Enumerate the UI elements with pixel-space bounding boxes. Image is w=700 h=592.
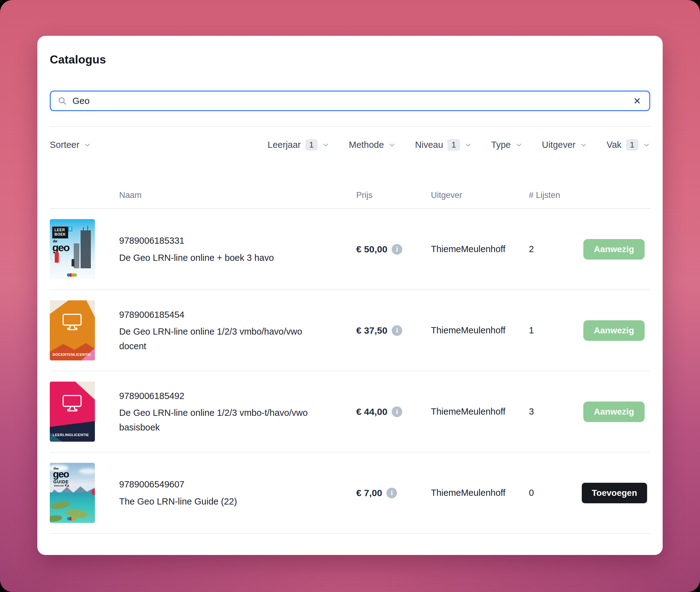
page-background: Catalogus Sorteer Leerjaar: [0, 0, 700, 592]
row-cover: LEERLINGLICENTIE: [50, 382, 95, 442]
table-row: LEER BOEK 3 de geo 9789006185331 De Geo …: [50, 209, 650, 290]
person-figure: [55, 251, 59, 263]
row-title: The Geo LRN-line Guide (22): [119, 494, 315, 508]
row-action-button[interactable]: Toevoegen: [582, 483, 647, 503]
filter-label: Uitgever: [542, 140, 576, 150]
search-icon: [58, 96, 67, 105]
row-cover: LEER BOEK 3 de geo: [50, 219, 95, 279]
table-header: Naam Prijs Uitgever # Lijsten: [50, 191, 650, 209]
cover-license-label: LEERLINGLICENTIE: [53, 433, 89, 437]
chevron-down-icon: [515, 141, 523, 149]
filter-label: Vak: [607, 140, 622, 150]
row-price: € 7,00: [356, 488, 382, 498]
filter-dropdown-type[interactable]: Type: [491, 140, 523, 150]
search-field[interactable]: [72, 96, 632, 106]
info-icon[interactable]: i: [392, 406, 402, 417]
row-action-button[interactable]: Aanwezig: [583, 239, 645, 259]
filter-label: Methode: [349, 140, 384, 150]
search-divider: [50, 126, 650, 127]
page-title: Catalogus: [50, 36, 650, 66]
chevron-down-icon: [322, 141, 329, 149]
search-input[interactable]: [50, 91, 650, 111]
chevron-down-icon: [643, 141, 650, 149]
catalog-card: Catalogus Sorteer Leerjaar: [37, 36, 663, 555]
row-publisher: ThiemeMeulenhoff: [431, 406, 529, 417]
filter-count-badge: 1: [447, 139, 460, 151]
filter-label: Niveau: [415, 140, 443, 150]
table-row: DOCENTENLICENTIE 9789006185454 De Geo LR…: [50, 290, 650, 371]
row-price: € 44,00: [356, 406, 387, 417]
table-body: LEER BOEK 3 de geo 9789006185331 De Geo …: [50, 209, 650, 534]
filter-dropdown-leerjaar[interactable]: Leerjaar 1: [268, 139, 329, 151]
info-icon[interactable]: i: [392, 244, 402, 255]
row-action-button[interactable]: Aanwezig: [583, 320, 645, 341]
geo-guide-logo: the geo GUIDE ENGLISH: [53, 466, 69, 487]
row-publisher: ThiemeMeulenhoff: [431, 488, 529, 498]
book-cover-docentenlicentie: DOCENTENLICENTIE: [50, 300, 95, 360]
leerboek-badge: LEER BOEK 3: [52, 227, 68, 238]
table-row: LEERLINGLICENTIE 9789006185492 De Geo LR…: [50, 371, 650, 453]
book-cover-geo-leerboek: LEER BOEK 3 de geo: [50, 219, 95, 279]
skyline-building: [80, 230, 91, 268]
clear-search-button[interactable]: [632, 96, 642, 106]
geo-logo: de geo: [52, 239, 69, 252]
book-cover-leerlinglicentie: LEERLINGLICENTIE: [50, 382, 95, 442]
row-title: De Geo LRN-line online + boek 3 havo: [119, 251, 315, 265]
filter-dropdown-vak[interactable]: Vak 1: [607, 139, 650, 151]
row-title: De Geo LRN-line online 1/2/3 vmbo-t/havo…: [119, 405, 315, 435]
row-title: De Geo LRN-line online 1/2/3 vmbo/havo/v…: [119, 324, 315, 353]
row-publisher: ThiemeMeulenhoff: [431, 244, 529, 254]
chevron-down-icon: [388, 141, 396, 149]
filter-dropdown-niveau[interactable]: Niveau 1: [415, 139, 472, 151]
chevron-down-icon: [580, 141, 587, 149]
column-header-uitgever: Uitgever: [431, 191, 529, 200]
row-lists-count: 0: [529, 488, 582, 498]
row-cover: DOCENTENLICENTIE: [50, 300, 95, 360]
cover-license-label: DOCENTENLICENTIE: [53, 353, 91, 356]
filter-group: Leerjaar 1 Methode Niveau 1 Type Uitgeve…: [268, 139, 650, 151]
column-header-naam: Naam: [119, 191, 356, 200]
column-header-prijs: Prijs: [356, 191, 431, 200]
row-isbn: 9789006549607: [119, 477, 315, 491]
row-publisher: ThiemeMeulenhoff: [431, 325, 529, 336]
column-header-lijsten: # Lijsten: [529, 191, 582, 200]
sort-label: Sorteer: [50, 140, 79, 150]
person-figure: [71, 259, 74, 266]
filter-dropdown-methode[interactable]: Methode: [349, 140, 396, 150]
filter-count-badge: 1: [305, 139, 318, 151]
row-isbn: 9789006185454: [119, 307, 315, 322]
book-cover-geo-guide: the geo GUIDE ENGLISH: [50, 463, 95, 523]
row-isbn: 9789006185492: [119, 389, 315, 403]
uk-flag-icon: [65, 484, 69, 487]
filter-dropdown-uitgever[interactable]: Uitgever: [542, 140, 587, 150]
skyline-building: [74, 243, 79, 268]
filter-bar: Sorteer Leerjaar 1 Methode Niveau 1 Type: [50, 139, 650, 151]
x-cross-icon: [633, 97, 641, 105]
monitor-icon: [61, 393, 84, 413]
info-icon[interactable]: i: [392, 325, 402, 336]
row-price: € 37,50: [356, 325, 387, 336]
row-lists-count: 2: [529, 244, 582, 254]
chevron-down-icon: [465, 141, 472, 149]
monitor-icon: [61, 312, 84, 332]
chevron-down-icon: [84, 141, 91, 149]
row-lists-count: 1: [529, 325, 582, 336]
row-action-button[interactable]: Aanwezig: [583, 401, 645, 422]
row-price: € 50,00: [356, 244, 387, 255]
filter-label: Type: [491, 140, 511, 150]
row-isbn: 9789006185331: [119, 234, 315, 248]
thiememeulenhoff-logo: [68, 273, 77, 277]
row-cover: the geo GUIDE ENGLISH: [50, 463, 95, 523]
filter-label: Leerjaar: [268, 140, 301, 150]
table-row: the geo GUIDE ENGLISH 9789006549607 The …: [50, 453, 650, 534]
row-lists-count: 3: [529, 406, 582, 417]
level-badge: 3: [68, 227, 72, 232]
filter-count-badge: 1: [626, 139, 638, 151]
info-icon[interactable]: i: [386, 488, 397, 498]
sort-dropdown[interactable]: Sorteer: [50, 140, 91, 150]
thiememeulenhoff-logo: [68, 517, 77, 521]
